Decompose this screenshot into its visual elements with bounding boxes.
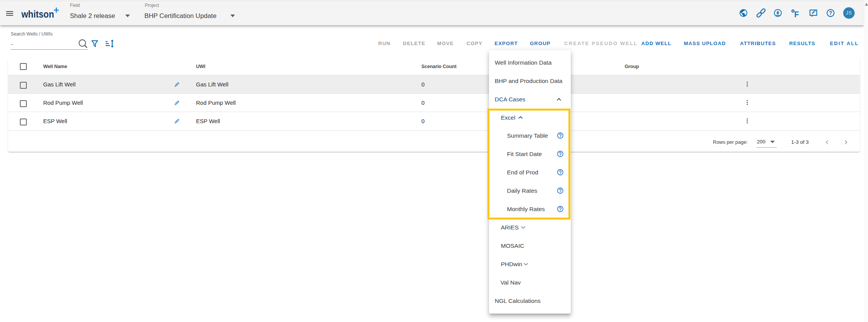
- svg-text:?: ?: [829, 10, 832, 16]
